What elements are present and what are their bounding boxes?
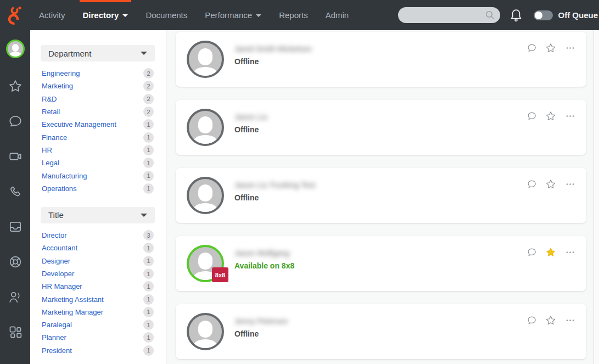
filter-link[interactable]: Marketing Assistant — [42, 295, 104, 304]
title-filter-header[interactable]: Title — [41, 207, 155, 223]
favorite-star-icon[interactable] — [545, 42, 556, 53]
filter-row: Planner 1 — [42, 331, 154, 344]
inbox-icon[interactable] — [8, 220, 23, 234]
chat-icon[interactable] — [526, 178, 537, 189]
favorite-star-icon[interactable] — [545, 315, 556, 326]
filter-row: Operations 1 — [42, 182, 154, 195]
filter-link[interactable]: President — [42, 346, 72, 355]
filter-count-badge: 2 — [143, 107, 154, 117]
filter-row: HR 1 — [42, 144, 154, 156]
filter-row: Manufacturing 1 — [42, 169, 154, 182]
more-options-icon[interactable] — [564, 42, 575, 53]
filter-link[interactable]: Developer — [42, 270, 74, 278]
filter-count-badge: 1 — [143, 145, 154, 155]
filter-link[interactable]: Retail — [42, 108, 60, 116]
filter-link[interactable]: Marketing Manager — [42, 308, 103, 316]
filter-row: Designer 1 — [42, 255, 154, 267]
nav-item-label: Admin — [326, 10, 349, 20]
8x8-badge: 8x8 — [212, 267, 228, 282]
filter-link[interactable]: Accountant — [42, 244, 77, 252]
contact-name: Jenny Peterson — [234, 317, 288, 326]
filter-link[interactable]: Operations — [42, 184, 77, 193]
filter-link[interactable]: Director — [42, 231, 67, 239]
more-options-icon[interactable] — [564, 315, 575, 326]
filter-count-badge: 1 — [143, 158, 154, 168]
filter-count-badge: 1 — [143, 132, 154, 143]
nav-item[interactable]: Performance — [196, 0, 270, 30]
department-filter-group: Department Engineering 2 Marketing 2 R&D… — [41, 45, 155, 195]
contact-name: Jason Liu — [234, 113, 267, 121]
filter-count-badge: 1 — [143, 294, 154, 305]
filter-row: Director 3 — [42, 229, 154, 242]
filter-row: Executive Management 1 — [42, 118, 154, 131]
video-icon[interactable] — [8, 149, 23, 164]
nav-item[interactable]: Directory — [74, 0, 137, 30]
contact-card[interactable]: Jared Smith Mickelson Offline — [176, 32, 586, 87]
avatar-head — [12, 44, 19, 52]
favorites-star-icon[interactable] — [8, 79, 23, 93]
contact-actions — [526, 178, 575, 189]
filter-row: Accountant 1 — [42, 242, 154, 254]
contact-card[interactable]: Jason Liu Offline — [176, 100, 586, 155]
more-options-icon[interactable] — [564, 178, 575, 189]
filter-row: Engineering 2 — [42, 67, 154, 80]
nav-item[interactable]: Admin — [317, 0, 358, 30]
contact-card[interactable]: 8x8 Jason Wolfgang Available on 8x8 — [176, 236, 586, 291]
notifications-bell-icon[interactable] — [510, 8, 523, 23]
contact-info: Jared Smith Mickelson Offline — [234, 41, 312, 66]
help-icon[interactable] — [8, 255, 23, 269]
filter-link[interactable]: Manufacturing — [42, 172, 87, 180]
contact-card[interactable]: Jenny Peterson Offline — [176, 304, 586, 359]
filter-count-badge: 1 — [143, 119, 154, 130]
filter-count-badge: 1 — [143, 171, 154, 181]
agent-icon[interactable] — [8, 290, 23, 304]
profile-avatar[interactable] — [6, 40, 25, 58]
favorite-star-icon[interactable] — [545, 110, 556, 121]
chat-icon[interactable] — [526, 42, 537, 53]
primary-nav: Activity Directory Documents Performance… — [30, 0, 357, 30]
avatar-image — [189, 111, 222, 144]
filter-link[interactable]: Executive Management — [42, 120, 116, 128]
contact-status: Offline — [234, 57, 312, 66]
chat-icon[interactable] — [526, 247, 537, 257]
nav-item[interactable]: Activity — [30, 0, 74, 30]
more-options-icon[interactable] — [564, 247, 575, 257]
filter-link[interactable]: Marketing — [42, 82, 73, 90]
contact-status: Offline — [234, 125, 267, 134]
filter-link[interactable]: Paralegal — [42, 321, 72, 329]
favorite-star-icon[interactable] — [545, 178, 556, 189]
chat-icon[interactable] — [526, 110, 537, 121]
chat-icon[interactable] — [8, 114, 23, 128]
department-filter-header[interactable]: Department — [41, 45, 155, 61]
genesys-logo[interactable] — [0, 0, 30, 30]
filter-link[interactable]: Finance — [42, 133, 67, 142]
contact-status: Offline — [234, 193, 315, 202]
contact-card[interactable]: Jason Liu Trunking Test Offline — [176, 168, 586, 223]
filter-link[interactable]: HR Manager — [42, 282, 82, 290]
filter-link[interactable]: Legal — [42, 159, 59, 167]
left-icon-rail — [0, 30, 30, 364]
nav-item[interactable]: Reports — [270, 0, 317, 30]
filter-count-badge: 1 — [143, 183, 154, 194]
filter-link[interactable]: Designer — [42, 257, 70, 265]
contact-avatar — [187, 177, 224, 214]
filter-link[interactable]: R&D — [42, 95, 57, 103]
favorite-star-icon[interactable] — [545, 247, 556, 257]
contact-info: Jason Liu Offline — [234, 109, 267, 134]
nav-item[interactable]: Documents — [137, 0, 196, 30]
apps-grid-icon[interactable] — [8, 325, 23, 339]
contact-name: Jared Smith Mickelson — [234, 44, 312, 53]
filter-link[interactable]: HR — [42, 146, 52, 154]
filter-link[interactable]: Engineering — [42, 69, 80, 77]
more-options-icon[interactable] — [564, 110, 575, 121]
topbar-right-controls: Off Queue — [398, 7, 599, 23]
scrollbar-track[interactable] — [594, 30, 599, 364]
phone-icon[interactable] — [8, 184, 23, 199]
chevron-down-icon — [256, 14, 261, 17]
queue-status-toggle[interactable] — [534, 10, 553, 20]
filter-link[interactable]: Planner — [42, 333, 66, 341]
contact-name: Jason Liu Trunking Test — [234, 181, 315, 189]
avatar-body — [9, 52, 22, 58]
chat-icon[interactable] — [526, 315, 537, 326]
search-input[interactable] — [398, 7, 500, 23]
